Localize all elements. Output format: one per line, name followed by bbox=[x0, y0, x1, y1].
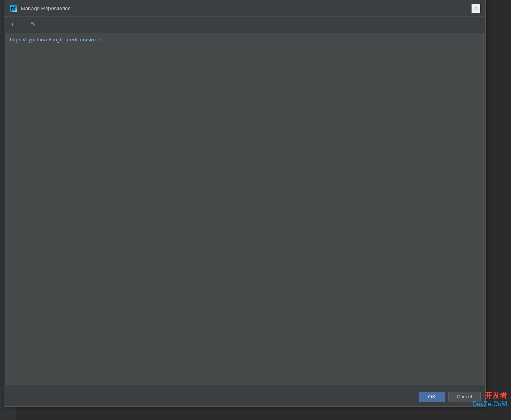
ok-button[interactable]: OK bbox=[419, 392, 445, 402]
close-button[interactable]: ✕ bbox=[471, 4, 481, 13]
pycharm-icon: PC bbox=[10, 5, 17, 12]
watermark-line2: DevZe.CoM bbox=[472, 400, 507, 408]
add-repository-button[interactable]: + bbox=[8, 20, 17, 28]
dialog-title: Manage Repositories bbox=[21, 5, 471, 11]
watermark: 开发者 DevZe.CoM bbox=[472, 391, 507, 408]
dialog-toolbar: + − ✎ bbox=[4, 17, 485, 31]
watermark-line1: 开发者 bbox=[485, 391, 507, 400]
list-item[interactable]: https://pypi.tuna.tsinghua.edu.cn/simple bbox=[10, 36, 480, 44]
edit-repository-button[interactable]: ✎ bbox=[29, 20, 38, 28]
dialog-titlebar: PC Manage Repositories ✕ bbox=[4, 0, 485, 17]
repository-list[interactable]: https://pypi.tuna.tsinghua.edu.cn/simple bbox=[6, 33, 484, 385]
remove-repository-button[interactable]: − bbox=[18, 20, 27, 28]
manage-repositories-dialog: PC Manage Repositories ✕ + − ✎ https://p… bbox=[4, 0, 486, 407]
dialog-footer: OK Cancel bbox=[4, 387, 485, 406]
app-icon: PC bbox=[9, 4, 17, 13]
